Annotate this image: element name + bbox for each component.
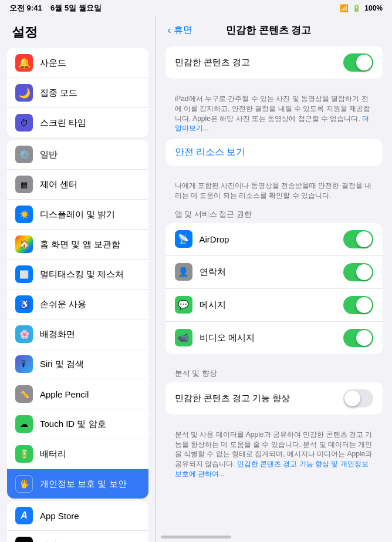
service-airdrop-row: 📡 AirDrop (165, 223, 383, 256)
sidebar-item-label: App Store (40, 511, 79, 521)
home-indicator (161, 536, 231, 538)
sidebar-item-wallpaper[interactable]: 🌸 배경화면 (7, 319, 148, 349)
main-toggle-label: 민감한 콘텐츠 경고 (175, 57, 344, 68)
airdrop-toggle[interactable] (343, 230, 373, 248)
sidebar-item-appstore[interactable]: A App Store (7, 501, 148, 531)
detail-content: 민감한 콘텐츠 경고 iPad에서 누구로 간주될 수 있는 사진 및 동영상을… (156, 42, 393, 497)
touchid-icon: ☁ (15, 415, 33, 433)
sidebar-group-3: A App Store 💳 지갑 (7, 501, 148, 542)
wifi-icon: 📶 (340, 4, 349, 12)
sidebar-item-touchid[interactable]: ☁ Touch ID 및 암호 (7, 409, 148, 439)
sidebar-item-general[interactable]: ⚙️ 일반 (7, 140, 148, 170)
analysis-section-label: 분석 및 향상 (165, 366, 383, 382)
main-desc: iPad에서 누구로 간주될 수 있는 사진 및 동영상을 열람하기 전에 이를… (165, 90, 383, 139)
sidebar-item-sound[interactable]: 🔔 사운드 (7, 48, 148, 78)
sidebar-item-focus[interactable]: 🌙 집중 모드 (7, 78, 148, 108)
sidebar-item-siri[interactable]: 🎙 Siri 및 검색 (7, 349, 148, 379)
battery-icon: 🔋 (352, 4, 361, 12)
sidebar-item-label: Touch ID 및 암호 (40, 419, 106, 430)
contacts2-icon: 👤 (175, 263, 192, 281)
sidebar-group-2: ⚙️ 일반 ▦ 제어 센터 ☀️ 디스플레이 및 밝기 🏠 홈 화면 및 앱 보… (7, 140, 148, 499)
sidebar-item-label: 손쉬운 사용 (40, 299, 86, 310)
service-items-card: 📡 AirDrop 👤 연락처 💬 메시지 (165, 223, 383, 354)
safe-resource-desc: 나에게 포함된 사진이나 동영상을 전송받을때 안전한 결정을 내리는 데 도움… (165, 177, 383, 207)
service-contacts-row: 👤 연락처 (165, 256, 383, 289)
contacts2-label: 연락처 (200, 267, 344, 278)
sidebar-item-label: 디스플레이 및 밝기 (40, 209, 115, 220)
back-button[interactable]: ‹ 휴면 (168, 24, 192, 36)
sidebar-item-pencil[interactable]: ✏️ Apple Pencil (7, 379, 148, 409)
accessibility-icon: ♿ (15, 295, 33, 313)
facetime-toggle[interactable] (343, 329, 373, 347)
service-messages-row: 💬 메시지 (165, 289, 383, 322)
sidebar-item-label: Apple Pencil (40, 389, 89, 399)
sidebar-item-label: 스크린 타임 (40, 117, 86, 129)
main-toggle-row: 민감한 콘텐츠 경고 (165, 46, 383, 79)
messages-toggle[interactable] (343, 296, 373, 314)
messages-icon: 💬 (175, 296, 192, 314)
analysis-toggle[interactable] (343, 389, 373, 408)
main-toggle[interactable] (343, 53, 373, 72)
detail-title: 민감한 콘텐츠 경고 (192, 23, 346, 37)
toggle-knob (356, 330, 372, 346)
sidebar-item-label: Siri 및 검색 (40, 359, 84, 370)
toggle-knob (356, 297, 372, 313)
contacts-toggle[interactable] (343, 263, 373, 281)
facetime-icon: 📹 (175, 329, 192, 346)
sidebar-item-privacy[interactable]: 🖐 개인정보 보호 및 보안 (7, 469, 148, 499)
sidebar-item-label: 배경화면 (40, 329, 75, 340)
sidebar-item-label: 일반 (40, 149, 58, 160)
sidebar-item-homescreen[interactable]: 🏠 홈 화면 및 앱 보관함 (7, 230, 148, 260)
status-bar: 오전 9:41 6월 5일 월요일 📶 🔋 100% (0, 0, 392, 16)
status-time: 오전 9:41 6월 5일 월요일 (9, 3, 102, 14)
sound-icon: 🔔 (15, 54, 33, 72)
toggle-knob (356, 231, 372, 247)
multitasking-icon: ⬜ (15, 265, 33, 283)
sidebar-item-screentime[interactable]: ⏱ 스크린 타임 (7, 108, 148, 137)
main-toggle-card: 민감한 콘텐츠 경고 (165, 46, 383, 79)
service-facetime-row: 📹 비디오 메시지 (165, 322, 383, 354)
analysis-desc: 분석 및 사용 데이터를 Apple과 공유하여 민감한 콘텐츠 경고 기능을 … (165, 426, 383, 485)
sidebar-item-wallet[interactable]: 💳 지갑 (7, 531, 148, 542)
sidebar-item-label: 멀티태스킹 및 제스처 (40, 269, 124, 280)
airdrop-label: AirDrop (200, 234, 344, 244)
sidebar-group-1: 🔔 사운드 🌙 집중 모드 ⏱ 스크린 타임 (7, 48, 148, 137)
general-icon: ⚙️ (15, 146, 33, 163)
toggle-knob (344, 390, 360, 406)
display-icon: ☀️ (15, 206, 33, 223)
sidebar-item-multitasking[interactable]: ⬜ 멀티태스킹 및 제스처 (7, 260, 148, 289)
sidebar-item-accessibility[interactable]: ♿ 손쉬운 사용 (7, 289, 148, 319)
wallpaper-icon: 🌸 (15, 325, 33, 343)
facetime-label: 비디오 메시지 (200, 332, 344, 344)
safe-resource-card: 안전 리소스 보기 (165, 139, 383, 166)
analysis-toggle-label: 민감한 콘텐츠 경고 기능 향상 (175, 393, 344, 404)
detail-panel: ‹ 휴면 민감한 콘텐츠 경고 민감한 콘텐츠 경고 iPad에서 누구로 간주… (156, 16, 393, 542)
sidebar-title: 설정 (0, 16, 156, 46)
sidebar-item-display[interactable]: ☀️ 디스플레이 및 밝기 (7, 200, 148, 230)
sidebar-item-label: 배터리 (40, 449, 66, 460)
appstore-icon: A (15, 507, 33, 524)
battery-pct: 100% (364, 4, 383, 12)
time-text: 오전 9:41 (9, 4, 42, 12)
status-icons: 📶 🔋 100% (340, 4, 383, 12)
screentime-icon: ⏱ (15, 114, 33, 132)
sidebar-item-battery[interactable]: 🔋 배터리 (7, 439, 148, 469)
homescreen-icon: 🏠 (15, 235, 33, 253)
sidebar-item-label: 지갑 (40, 540, 58, 543)
date-text: 6월 5일 월요일 (50, 4, 102, 12)
app-service-label: 앱 및 서비스 접근 권한 (165, 207, 383, 223)
siri-icon: 🎙 (15, 355, 33, 373)
messages-label: 메시지 (200, 299, 344, 311)
sidebar-item-label: 홈 화면 및 앱 보관함 (40, 239, 120, 250)
battery-icon-item: 🔋 (15, 445, 33, 463)
airdrop-icon: 📡 (175, 230, 192, 248)
analysis-toggle-row: 민감한 콘텐츠 경고 기능 향상 (165, 382, 383, 415)
sidebar-item-label: 사운드 (40, 58, 66, 69)
toggle-knob (356, 264, 372, 280)
privacy-icon: 🖐 (15, 475, 33, 493)
sidebar-item-controlcenter[interactable]: ▦ 제어 센터 (7, 170, 148, 200)
safe-resource-title[interactable]: 안전 리소스 보기 (165, 139, 383, 166)
pencil-icon: ✏️ (15, 385, 33, 403)
sidebar: 설정 🔔 사운드 🌙 집중 모드 ⏱ 스크린 타임 ⚙️ 일반 ▦ (0, 16, 156, 542)
wallet-icon: 💳 (15, 537, 33, 542)
